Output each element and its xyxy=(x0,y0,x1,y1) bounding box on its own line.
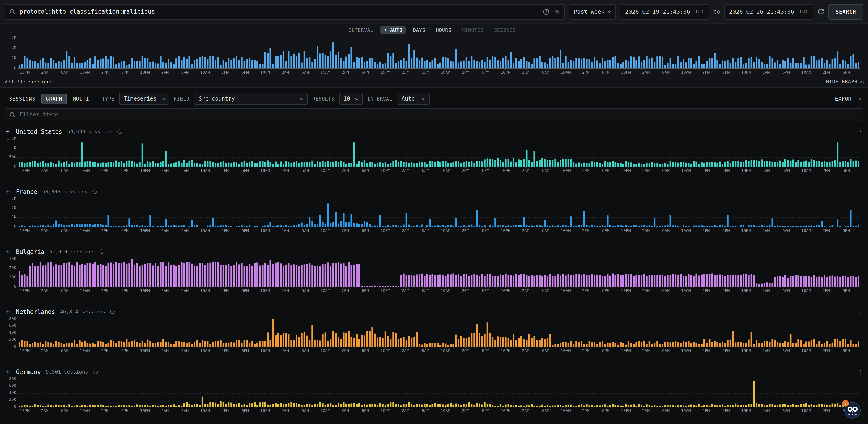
loading-spinner-icon xyxy=(92,368,98,375)
row-header: + France 53,846 sessions ⋮ xyxy=(5,187,863,197)
export-button[interactable]: EXPORT xyxy=(832,94,863,103)
time-range-select[interactable]: Past week xyxy=(569,4,616,19)
country-chart-canvas[interactable] xyxy=(5,317,863,354)
graph-footer: 271,713 sessions HIDE GRAPH xyxy=(5,75,863,87)
date-range-to-label: to xyxy=(713,8,720,15)
row-header: + United States 64,004 sessions ⋮ xyxy=(5,127,863,136)
interval-option-days[interactable]: DAYS xyxy=(409,26,429,34)
end-date-input[interactable] xyxy=(729,8,797,15)
interval-option-hours[interactable]: HOURS xyxy=(432,26,455,34)
main-graph-panel: INTERVAL • AUTO DAYS HOURS MINUTES SECON… xyxy=(0,24,868,88)
search-input[interactable] xyxy=(20,8,539,15)
export-label: EXPORT xyxy=(835,96,855,102)
country-name: Netherlands xyxy=(16,308,55,315)
row-menu-button[interactable]: ⋮ xyxy=(858,189,863,194)
country-chart-canvas[interactable] xyxy=(5,377,863,414)
interval-label: INTERVAL xyxy=(349,27,373,33)
country-name: France xyxy=(16,188,37,195)
country-row: + Bulgaria 51,414 sessions ⋮ xyxy=(5,247,863,294)
row-menu-button[interactable]: ⋮ xyxy=(858,129,863,134)
interval-option-seconds: SECONDS xyxy=(491,26,520,34)
expand-row-button[interactable]: + xyxy=(5,368,11,375)
country-chart-canvas[interactable] xyxy=(5,136,863,174)
interval-select-label: INTERVAL xyxy=(367,96,393,101)
row-menu-button[interactable]: ⋮ xyxy=(858,369,863,374)
type-select-value: Timeseries xyxy=(124,96,157,102)
expand-row-button[interactable]: + xyxy=(5,308,11,315)
tab-multi[interactable]: MULTI xyxy=(68,94,94,104)
filter-input[interactable] xyxy=(20,111,859,118)
help-icon[interactable]: ? xyxy=(543,8,549,15)
arkime-app: ? Past week UTC to UTC SEARCH INTERVAL xyxy=(0,0,868,424)
notification-badge: 2 xyxy=(842,400,849,407)
chevron-up-icon xyxy=(860,80,864,84)
apply-to-view-icon[interactable] xyxy=(553,9,560,14)
country-row: + France 53,846 sessions ⋮ xyxy=(5,187,863,234)
interval-select-value: Auto xyxy=(401,96,415,102)
chevron-down-icon xyxy=(161,96,165,100)
country-row: + United States 64,004 sessions ⋮ xyxy=(5,127,863,174)
search-icon xyxy=(9,112,16,118)
loading-spinner-icon xyxy=(117,128,123,135)
session-count: 51,414 sessions xyxy=(50,249,95,255)
timezone-badge: UTC xyxy=(696,9,704,14)
row-menu-button[interactable]: ⋮ xyxy=(858,249,863,255)
hide-graph-button[interactable]: HIDE GRAPH xyxy=(826,79,863,84)
row-header: + Bulgaria 51,414 sessions ⋮ xyxy=(5,247,863,257)
session-count: 9,501 sessions xyxy=(46,369,88,374)
main-sessions-chart[interactable] xyxy=(5,35,863,75)
field-select[interactable]: Src country xyxy=(194,93,308,105)
session-count: 46,814 sessions xyxy=(60,309,105,315)
session-count: 53,846 sessions xyxy=(42,189,88,194)
expand-row-button[interactable]: + xyxy=(5,128,11,135)
tab-sessions[interactable]: SESSIONS xyxy=(5,94,40,104)
expand-row-button[interactable]: + xyxy=(5,248,11,255)
results-select[interactable]: 10 xyxy=(339,93,363,105)
expand-row-button[interactable]: + xyxy=(5,188,11,195)
search-button[interactable]: SEARCH xyxy=(828,4,863,19)
type-select[interactable]: Timeseries xyxy=(119,93,169,105)
type-label: TYPE xyxy=(102,96,115,101)
chevron-down-icon xyxy=(300,96,304,100)
filter-bar xyxy=(5,108,863,121)
results-select-value: 10 xyxy=(344,96,350,102)
country-row: + Germany 9,501 sessions ⋮ xyxy=(5,367,863,414)
interval-option-minutes: MINUTES xyxy=(458,26,487,34)
country-chart-canvas[interactable] xyxy=(5,197,863,234)
timezone-badge: UTC xyxy=(800,9,808,14)
row-header: + Netherlands 46,814 sessions ⋮ xyxy=(5,306,863,317)
search-toolbar: ? Past week UTC to UTC SEARCH xyxy=(0,0,868,24)
country-name: Bulgaria xyxy=(16,248,44,255)
loading-spinner-icon xyxy=(99,249,105,255)
chevron-down-icon xyxy=(858,96,861,100)
interval-option-auto[interactable]: • AUTO xyxy=(380,26,406,34)
loading-spinner-icon xyxy=(110,308,116,315)
controls-row: SESSIONS GRAPH MULTI TYPE Timeseries FIE… xyxy=(0,88,868,108)
row-menu-button[interactable]: ⋮ xyxy=(858,309,863,315)
search-icon xyxy=(9,9,16,14)
svg-text:?: ? xyxy=(545,9,547,14)
end-date-box: UTC xyxy=(724,4,813,19)
country-row: + Netherlands 46,814 sessions ⋮ xyxy=(5,306,863,354)
tab-graph[interactable]: GRAPH xyxy=(41,94,67,104)
arkime-owl-logo[interactable]: 2 xyxy=(844,402,861,419)
hide-graph-label: HIDE GRAPH xyxy=(826,79,858,84)
refresh-icon[interactable] xyxy=(817,8,824,15)
time-range-value: Past week xyxy=(574,8,604,15)
view-tabs: SESSIONS GRAPH MULTI xyxy=(5,94,94,104)
field-label: FIELD xyxy=(174,96,189,101)
start-date-box: UTC xyxy=(620,4,709,19)
loading-spinner-icon xyxy=(92,188,98,195)
sessions-summary: 271,713 sessions xyxy=(5,78,53,85)
field-select-value: Src country xyxy=(199,96,235,102)
session-count: 64,004 sessions xyxy=(67,129,113,134)
interval-select[interactable]: Auto xyxy=(397,93,430,105)
row-header: + Germany 9,501 sessions ⋮ xyxy=(5,367,863,377)
start-date-input[interactable] xyxy=(625,8,692,15)
results-label: RESULTS xyxy=(312,96,335,101)
country-rows: + United States 64,004 sessions ⋮ + Fran… xyxy=(0,127,868,414)
search-box: ? xyxy=(5,4,565,19)
chevron-down-icon xyxy=(608,9,612,13)
country-name: Germany xyxy=(16,368,41,375)
country-chart-canvas[interactable] xyxy=(5,257,863,294)
